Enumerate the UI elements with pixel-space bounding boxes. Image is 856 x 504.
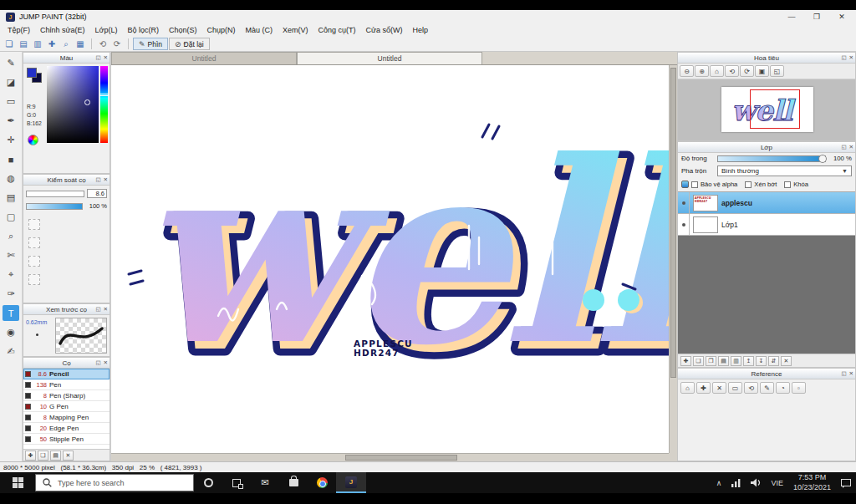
reference-add-button[interactable]: ✚ — [696, 382, 711, 394]
draw-tool[interactable]: ✑ — [3, 286, 19, 302]
title-bar[interactable]: J JUMP PAINT (32bit) — ❐ ✕ — [0, 10, 856, 23]
opacity-knob[interactable] — [818, 155, 827, 163]
undock-icon[interactable]: ◱ — [841, 54, 846, 61]
menu-view[interactable]: Xem(V) — [278, 26, 313, 34]
ink-tool[interactable]: ✒ — [3, 113, 19, 129]
zoom-out-button[interactable]: ⊖ — [680, 65, 694, 77]
protect-alpha-checkbox[interactable] — [691, 181, 698, 188]
taskbar-clock[interactable]: 7:53 PM 10/23/2021 — [788, 472, 836, 493]
color-wheel-icon[interactable] — [28, 135, 38, 145]
move-layer-down-button[interactable]: ↧ — [756, 356, 767, 366]
open-button[interactable]: ▤ — [17, 38, 30, 50]
navigator-header[interactable]: Hoa tiêu ◱✕ — [678, 53, 855, 64]
layer-row-lop1[interactable]: Lớp1 — [678, 214, 855, 236]
hue-bar[interactable] — [100, 66, 108, 143]
move-layer-up-button[interactable]: ↥ — [743, 356, 754, 366]
zoom-button[interactable]: ⌕ — [59, 38, 73, 50]
add-button[interactable]: ✚ — [45, 38, 59, 50]
start-button[interactable] — [0, 472, 35, 493]
text-tool-selected[interactable]: T — [3, 305, 19, 321]
brush-opacity-slider[interactable] — [26, 203, 83, 210]
new-canvas-button[interactable]: ❏ — [3, 38, 16, 50]
layer-opacity-slider[interactable] — [717, 155, 826, 162]
menu-tools[interactable]: Công cụ(T) — [313, 26, 361, 34]
chrome-app-button[interactable] — [308, 472, 336, 493]
eraser-tool[interactable]: ◪ — [3, 74, 19, 90]
canvas-vertical-scrollbar[interactable] — [669, 65, 677, 453]
brush-option-icon[interactable] — [28, 237, 40, 248]
vertical-scroll-thumb[interactable] — [670, 68, 676, 378]
shape-tool[interactable]: ■ — [3, 151, 19, 167]
close-icon[interactable]: ✕ — [849, 54, 853, 61]
copy-layer-button[interactable]: ❐ — [706, 356, 716, 366]
undock-icon[interactable]: ◱ — [841, 370, 846, 377]
select-tool[interactable]: ▢ — [3, 209, 19, 225]
lock-checkbox[interactable] — [784, 181, 791, 188]
navigator-thumbnail-area[interactable]: well — [678, 79, 855, 140]
color-cursor[interactable] — [84, 99, 90, 105]
reference-rotate-button[interactable]: ⟲ — [744, 382, 758, 394]
close-icon[interactable]: ✕ — [849, 144, 853, 150]
undock-icon[interactable]: ◱ — [95, 306, 100, 313]
jump-paint-taskbar-button[interactable]: J — [336, 472, 366, 493]
network-button[interactable] — [726, 472, 746, 493]
brush-item-g-pen[interactable]: 10 G Pen — [23, 401, 110, 412]
merge-layer-button[interactable]: ⇵ — [768, 356, 779, 366]
brush-control-header[interactable]: Kiểm soát cọ ◱✕ — [23, 175, 110, 186]
clipping-checkbox[interactable] — [745, 181, 752, 188]
menu-edit[interactable]: Chỉnh sửa(E) — [35, 26, 90, 34]
close-button[interactable]: ✕ — [829, 13, 854, 21]
brush-size-value[interactable]: 8.6 — [87, 189, 107, 198]
canvas-horizontal-scrollbar[interactable] — [111, 453, 669, 461]
add-layer-button[interactable]: ✚ — [680, 356, 691, 366]
reset-button[interactable]: ⊘ Đặt lại — [169, 38, 210, 50]
menu-file[interactable]: Tệp(F) — [3, 26, 35, 34]
cortana-button[interactable] — [194, 472, 222, 493]
reset-view-button[interactable]: ▣ — [755, 65, 769, 77]
horizontal-scroll-thumb[interactable] — [345, 455, 456, 461]
scissors-tool[interactable]: ✄ — [3, 247, 19, 263]
close-icon[interactable]: ✕ — [104, 54, 108, 61]
hue-cursor[interactable] — [99, 94, 109, 96]
brush-option-icon[interactable] — [28, 256, 40, 267]
marquee-tool[interactable]: ▭ — [3, 94, 19, 109]
bucket-tool[interactable]: ◍ — [3, 171, 19, 186]
reference-select-button[interactable]: ▭ — [728, 382, 742, 394]
save-button[interactable]: ▥ — [31, 38, 44, 50]
reference-remove-button[interactable]: ✕ — [712, 382, 726, 394]
close-icon[interactable]: ✕ — [849, 370, 853, 377]
fit-view-button[interactable]: ⌂ — [710, 65, 724, 77]
brush-item-pen-sharp[interactable]: 8 Pen (Sharp) — [23, 390, 110, 401]
crosshair-tool[interactable]: ⌖ — [3, 267, 19, 283]
reference-header[interactable]: Reference ◱✕ — [678, 369, 855, 379]
reference-home-button[interactable]: ⌂ — [680, 382, 695, 394]
language-indicator[interactable]: VIE — [766, 472, 788, 493]
brush-settings-button[interactable]: ▤ — [50, 451, 61, 461]
volume-button[interactable] — [746, 472, 766, 493]
saturation-value-picker[interactable] — [47, 66, 99, 143]
layer-folder-button[interactable]: ▤ — [718, 356, 729, 366]
delete-layer-button[interactable]: ✕ — [781, 356, 792, 366]
delete-brush-button[interactable]: ✕ — [63, 451, 74, 461]
move-tool[interactable]: ✛ — [3, 132, 19, 148]
reference-pick-button[interactable]: ◔ — [776, 382, 790, 394]
task-view-button[interactable] — [222, 472, 251, 493]
close-icon[interactable]: ✕ — [104, 359, 108, 366]
layer-visibility-toggle[interactable] — [678, 214, 690, 235]
brush-item-pen[interactable]: 138 Pen — [23, 379, 110, 390]
brush-item-mapping-pen[interactable]: 8 Mapping Pen — [23, 412, 110, 423]
pen-mode-button[interactable]: ✎ Phìn — [133, 38, 168, 50]
undock-icon[interactable]: ◱ — [841, 144, 846, 150]
layer-grid-button[interactable]: ▥ — [731, 356, 741, 366]
eyedropper-tool[interactable]: ◉ — [3, 324, 19, 340]
navigator-viewport-rect[interactable] — [750, 89, 800, 129]
foreground-color-swatch[interactable] — [27, 68, 37, 78]
zoom-in-button[interactable]: ⊕ — [695, 65, 709, 77]
undo-button[interactable]: ⟲ — [96, 38, 110, 50]
brush-item-pencil[interactable]: 8.6 Pencil — [23, 369, 110, 379]
rotate-right-button[interactable]: ⟳ — [740, 65, 754, 77]
menu-snap[interactable]: Chụp(N) — [202, 26, 241, 34]
store-app-button[interactable] — [279, 472, 308, 493]
close-icon[interactable]: ✕ — [104, 306, 108, 313]
blend-mode-select[interactable]: Bình thường ▼ — [717, 165, 852, 176]
